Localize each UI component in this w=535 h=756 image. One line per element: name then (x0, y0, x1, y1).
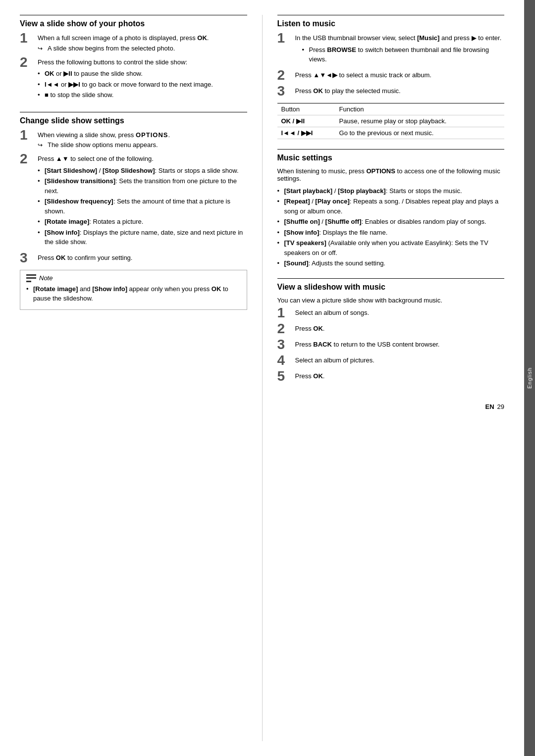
bullet-item: [Start Slideshow] / [Stop Slideshow]: St… (38, 166, 247, 176)
step-2-listen: 2 Press ▲▼◄▶ to select a music track or … (277, 70, 505, 82)
note-label: Note (39, 274, 53, 282)
bullet-item: [Slideshow frequency]: Sets the amount o… (38, 197, 247, 216)
bullet-item: [TV speakers] (Available only when you a… (277, 238, 505, 257)
step-1-arrow: ↪ A slide show begins from the selected … (38, 45, 247, 52)
bullet-item: [Show info]: Displays the picture name, … (38, 228, 247, 247)
step-3-sm: 3 Press BACK to return to the USB conten… (277, 340, 505, 352)
step-2b-content: Press ▲▼ to select one of the following.… (38, 154, 247, 249)
section-change-slideshow-title: Change slide show settings (20, 112, 247, 125)
bullet-item: Press BROWSE to switch between thumbnail… (302, 45, 505, 64)
table-cell-function: Pause, resume play or stop playback. (335, 115, 504, 127)
step-4sm-content: Select an album of pictures. (295, 355, 505, 367)
section-listen-music-title: Listen to music (277, 15, 505, 28)
section-music-settings: Music settings When listening to music, … (277, 149, 505, 268)
step-number-1b: 1 (20, 128, 34, 142)
step-3-change: 3 Press OK to confirm your setting. (20, 253, 247, 265)
function-table: Button Function OK / ▶II Pause, resume p… (277, 103, 505, 139)
step-2sm-text: Press OK. (295, 324, 505, 334)
table-row: OK / ▶II Pause, resume play or stop play… (277, 115, 505, 127)
step-1c-text: In the USB thumbnail browser view, selec… (295, 33, 505, 43)
footer-lang: EN (485, 403, 494, 410)
step-3sm-content: Press BACK to return to the USB content … (295, 340, 505, 351)
section-slideshow-music: View a slideshow with music You can view… (277, 278, 505, 383)
step-number-1: 1 (20, 31, 34, 45)
step-3sm-text: Press BACK to return to the USB content … (295, 340, 505, 350)
section-view-slideshow: View a slide show of your photos 1 When … (20, 15, 247, 102)
step-num-2sm: 2 (277, 322, 291, 336)
step-1-content: When a full screen image of a photo is d… (38, 33, 247, 53)
step-3c-content: Press OK to play the selected music. (295, 86, 505, 98)
table-cell-button: I◄◄ / ▶▶I (277, 127, 335, 139)
step-2-bullets: OK or ▶II to pause the slide show. I◄◄ o… (38, 69, 247, 100)
step-1-view: 1 When a full screen image of a photo is… (20, 33, 247, 53)
table-cell-button: OK / ▶II (277, 115, 335, 127)
bullet-item: [Rotate image]: Rotates a picture. (38, 217, 247, 227)
note-content: [Rotate image] and [Show info] appear on… (26, 284, 241, 303)
step-number-3: 3 (20, 251, 34, 265)
step-1-listen: 1 In the USB thumbnail browser view, sel… (277, 33, 505, 66)
step-number-3c: 3 (277, 84, 291, 98)
section-listen-music: Listen to music 1 In the USB thumbnail b… (277, 15, 505, 139)
step-3-listen: 3 Press OK to play the selected music. (277, 86, 505, 98)
step-number-2b: 2 (20, 152, 34, 166)
bullet-item: [Start playback] / [Stop playback]: Star… (277, 186, 505, 196)
bullet-item: ■ to stop the slide show. (38, 90, 247, 100)
footer: EN 29 (277, 403, 505, 410)
step-2-content: Press the following buttons to control t… (38, 57, 247, 102)
step-num-1sm: 1 (277, 306, 291, 320)
bullet-item: [Shuffle on] / [Shuffle off]: Enables or… (277, 217, 505, 227)
step-number-2: 2 (20, 55, 34, 69)
step-number-2c: 2 (277, 68, 291, 82)
step-2-view: 2 Press the following buttons to control… (20, 57, 247, 102)
bullet-item: [Repeat] / [Play once]: Repeats a song. … (277, 197, 505, 216)
step-1b-content: When viewing a slide show, press OPTIONS… (38, 130, 247, 151)
bullet-item: [Show info]: Displays the file name. (277, 228, 505, 238)
side-tab: English (524, 0, 535, 756)
step-1sm-text: Select an album of songs. (295, 308, 505, 318)
step-1b-arrow: ↪ The slide show options menu appears. (38, 141, 247, 149)
section-view-slideshow-title: View a slide show of your photos (20, 15, 247, 28)
step-5sm-content: Press OK. (295, 371, 505, 383)
step-num-4sm: 4 (277, 353, 291, 367)
step-1-change: 1 When viewing a slide show, press OPTIO… (20, 130, 247, 151)
bullet-item: I◄◄ or ▶▶I to go back or move forward to… (38, 80, 247, 90)
bullet-item: OK or ▶II to pause the slide show. (38, 69, 247, 79)
step-1-text: When a full screen image of a photo is d… (38, 33, 247, 43)
step-2b-bullets: [Start Slideshow] / [Stop Slideshow]: St… (38, 166, 247, 247)
step-3-content: Press OK to confirm your setting. (38, 253, 247, 264)
note-icon (26, 274, 36, 282)
footer-page: 29 (497, 403, 504, 410)
step-num-3sm: 3 (277, 338, 291, 352)
step-1sm-content: Select an album of songs. (295, 308, 505, 319)
step-2c-content: Press ▲▼◄▶ to select a music track or al… (295, 70, 505, 82)
note-text: [Rotate image] and [Show info] appear on… (26, 284, 241, 303)
step-5-sm: 5 Press OK. (277, 371, 505, 383)
bullet-item: [Sound]: Adjusts the sound setting. (277, 258, 505, 268)
step-1-sm: 1 Select an album of songs. (277, 308, 505, 320)
step-2c-text: Press ▲▼◄▶ to select a music track or al… (295, 70, 505, 80)
step-num-5sm: 5 (277, 369, 291, 383)
music-settings-bullets: [Start playback] / [Stop playback]: Star… (277, 186, 505, 268)
arrow-icon-2: ↪ (38, 142, 45, 149)
section-slideshow-music-title: View a slideshow with music (277, 278, 505, 292)
table-cell-function: Go to the previous or next music. (335, 127, 504, 139)
step-4-sm: 4 Select an album of pictures. (277, 355, 505, 367)
note-header: Note (26, 274, 241, 282)
step-1b-text: When viewing a slide show, press OPTIONS… (38, 130, 247, 140)
step-2-text: Press the following buttons to control t… (38, 57, 247, 67)
step-1b-arrow-text: The slide show options menu appears. (48, 141, 158, 149)
step-1c-content: In the USB thumbnail browser view, selec… (295, 33, 505, 66)
table-header-button: Button (277, 103, 335, 115)
arrow-icon: ↪ (38, 45, 45, 52)
bullet-item: [Slideshow transitions]: Sets the transi… (38, 176, 247, 196)
step-number-1c: 1 (277, 31, 291, 45)
section-change-slideshow: Change slide show settings 1 When viewin… (20, 112, 247, 310)
step-1c-bullets: Press BROWSE to switch between thumbnail… (302, 45, 505, 64)
table-row: I◄◄ / ▶▶I Go to the previous or next mus… (277, 127, 505, 139)
music-settings-intro: When listening to music, press OPTIONS t… (277, 167, 505, 182)
slideshow-music-intro: You can view a picture slide show with b… (277, 297, 505, 304)
step-5sm-text: Press OK. (295, 371, 505, 381)
step-2-sm: 2 Press OK. (277, 324, 505, 336)
section-music-settings-title: Music settings (277, 149, 505, 162)
step-3c-text: Press OK to play the selected music. (295, 86, 505, 96)
